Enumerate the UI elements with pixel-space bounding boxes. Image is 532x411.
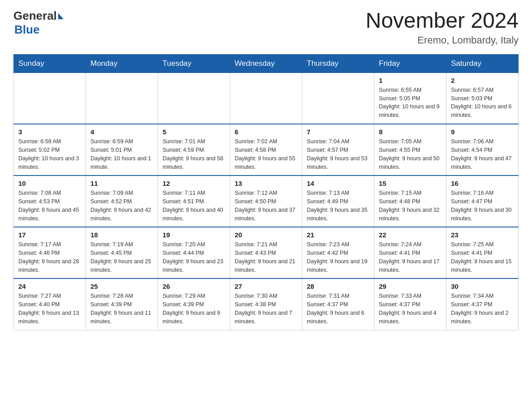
calendar-cell: 24Sunrise: 7:27 AM Sunset: 4:40 PM Dayli…	[14, 278, 86, 330]
logo: General Blue	[13, 9, 64, 37]
day-info: Sunrise: 7:25 AM Sunset: 4:41 PM Dayligh…	[451, 240, 514, 274]
weekday-header-monday: Monday	[86, 54, 158, 73]
logo-general-text: General	[13, 9, 57, 23]
month-title: November 2024	[365, 9, 519, 33]
day-info: Sunrise: 7:20 AM Sunset: 4:44 PM Dayligh…	[163, 240, 225, 274]
day-number: 13	[235, 180, 297, 187]
calendar-cell: 9Sunrise: 7:06 AM Sunset: 4:54 PM Daylig…	[446, 124, 519, 176]
day-number: 4	[90, 128, 153, 136]
day-number: 15	[379, 180, 442, 187]
calendar-cell: 16Sunrise: 7:16 AM Sunset: 4:47 PM Dayli…	[446, 176, 519, 227]
day-info: Sunrise: 7:30 AM Sunset: 4:38 PM Dayligh…	[235, 292, 297, 325]
day-info: Sunrise: 7:24 AM Sunset: 4:41 PM Dayligh…	[379, 240, 442, 274]
calendar-cell	[302, 73, 374, 124]
calendar-cell	[158, 73, 230, 124]
calendar-cell: 23Sunrise: 7:25 AM Sunset: 4:41 PM Dayli…	[446, 227, 519, 278]
calendar-table: SundayMondayTuesdayWednesdayThursdayFrid…	[13, 54, 519, 330]
day-number: 28	[307, 283, 369, 290]
day-info: Sunrise: 7:33 AM Sunset: 4:37 PM Dayligh…	[379, 292, 442, 325]
day-info: Sunrise: 7:04 AM Sunset: 4:57 PM Dayligh…	[307, 137, 369, 171]
day-info: Sunrise: 7:17 AM Sunset: 4:46 PM Dayligh…	[18, 240, 81, 274]
calendar-cell: 7Sunrise: 7:04 AM Sunset: 4:57 PM Daylig…	[302, 124, 374, 176]
weekday-header-row: SundayMondayTuesdayWednesdayThursdayFrid…	[14, 54, 519, 73]
calendar-cell: 20Sunrise: 7:21 AM Sunset: 4:43 PM Dayli…	[230, 227, 302, 278]
day-info: Sunrise: 7:31 AM Sunset: 4:37 PM Dayligh…	[307, 292, 369, 325]
day-number: 6	[235, 128, 297, 136]
week-row-4: 17Sunrise: 7:17 AM Sunset: 4:46 PM Dayli…	[14, 227, 519, 278]
calendar-cell: 29Sunrise: 7:33 AM Sunset: 4:37 PM Dayli…	[374, 278, 446, 330]
day-number: 18	[90, 231, 153, 239]
calendar-cell: 14Sunrise: 7:13 AM Sunset: 4:49 PM Dayli…	[302, 176, 374, 227]
day-info: Sunrise: 7:19 AM Sunset: 4:45 PM Dayligh…	[90, 240, 153, 274]
day-info: Sunrise: 7:05 AM Sunset: 4:55 PM Dayligh…	[379, 137, 442, 171]
day-number: 22	[379, 231, 442, 239]
day-number: 5	[163, 128, 225, 136]
calendar-cell	[230, 73, 302, 124]
day-info: Sunrise: 7:34 AM Sunset: 4:37 PM Dayligh…	[451, 292, 514, 325]
calendar-cell: 10Sunrise: 7:08 AM Sunset: 4:53 PM Dayli…	[14, 176, 86, 227]
calendar-cell: 27Sunrise: 7:30 AM Sunset: 4:38 PM Dayli…	[230, 278, 302, 330]
weekday-header-sunday: Sunday	[14, 54, 86, 73]
calendar-cell: 11Sunrise: 7:09 AM Sunset: 4:52 PM Dayli…	[86, 176, 158, 227]
calendar-cell: 15Sunrise: 7:15 AM Sunset: 4:48 PM Dayli…	[374, 176, 446, 227]
day-info: Sunrise: 7:12 AM Sunset: 4:50 PM Dayligh…	[235, 189, 297, 223]
calendar-cell: 26Sunrise: 7:29 AM Sunset: 4:39 PM Dayli…	[158, 278, 230, 330]
calendar-cell: 25Sunrise: 7:28 AM Sunset: 4:39 PM Dayli…	[86, 278, 158, 330]
calendar-cell	[86, 73, 158, 124]
day-info: Sunrise: 7:13 AM Sunset: 4:49 PM Dayligh…	[307, 189, 369, 223]
week-row-2: 3Sunrise: 6:58 AM Sunset: 5:02 PM Daylig…	[14, 124, 519, 176]
day-info: Sunrise: 6:58 AM Sunset: 5:02 PM Dayligh…	[18, 137, 81, 171]
day-number: 11	[90, 180, 153, 187]
day-info: Sunrise: 7:15 AM Sunset: 4:48 PM Dayligh…	[379, 189, 442, 223]
day-number: 25	[90, 283, 153, 290]
calendar-cell	[14, 73, 86, 124]
calendar-cell: 2Sunrise: 6:57 AM Sunset: 5:03 PM Daylig…	[446, 73, 519, 124]
day-info: Sunrise: 7:11 AM Sunset: 4:51 PM Dayligh…	[163, 189, 225, 223]
weekday-header-friday: Friday	[374, 54, 446, 73]
title-area: November 2024 Eremo, Lombardy, Italy	[365, 9, 519, 46]
day-info: Sunrise: 7:06 AM Sunset: 4:54 PM Dayligh…	[451, 137, 514, 171]
day-info: Sunrise: 7:28 AM Sunset: 4:39 PM Dayligh…	[90, 292, 153, 325]
calendar-cell: 1Sunrise: 6:55 AM Sunset: 5:05 PM Daylig…	[374, 73, 446, 124]
calendar-cell: 8Sunrise: 7:05 AM Sunset: 4:55 PM Daylig…	[374, 124, 446, 176]
calendar-cell: 6Sunrise: 7:02 AM Sunset: 4:58 PM Daylig…	[230, 124, 302, 176]
week-row-3: 10Sunrise: 7:08 AM Sunset: 4:53 PM Dayli…	[14, 176, 519, 227]
day-number: 19	[163, 231, 225, 239]
location: Eremo, Lombardy, Italy	[365, 34, 519, 46]
calendar-cell: 28Sunrise: 7:31 AM Sunset: 4:37 PM Dayli…	[302, 278, 374, 330]
day-number: 24	[18, 283, 81, 290]
weekday-header-thursday: Thursday	[302, 54, 374, 73]
day-number: 20	[235, 231, 297, 239]
day-number: 12	[163, 180, 225, 187]
weekday-header-tuesday: Tuesday	[158, 54, 230, 73]
day-number: 29	[379, 283, 442, 290]
calendar-cell: 19Sunrise: 7:20 AM Sunset: 4:44 PM Dayli…	[158, 227, 230, 278]
day-info: Sunrise: 7:29 AM Sunset: 4:39 PM Dayligh…	[163, 292, 225, 325]
calendar-cell: 3Sunrise: 6:58 AM Sunset: 5:02 PM Daylig…	[14, 124, 86, 176]
day-number: 7	[307, 128, 369, 136]
day-info: Sunrise: 7:08 AM Sunset: 4:53 PM Dayligh…	[18, 189, 81, 223]
week-row-1: 1Sunrise: 6:55 AM Sunset: 5:05 PM Daylig…	[14, 73, 519, 124]
day-number: 26	[163, 283, 225, 290]
day-number: 9	[451, 128, 514, 136]
day-number: 27	[235, 283, 297, 290]
logo-blue-text: Blue	[14, 23, 39, 36]
calendar-cell: 4Sunrise: 6:59 AM Sunset: 5:01 PM Daylig…	[86, 124, 158, 176]
calendar-cell: 21Sunrise: 7:23 AM Sunset: 4:42 PM Dayli…	[302, 227, 374, 278]
day-info: Sunrise: 7:23 AM Sunset: 4:42 PM Dayligh…	[307, 240, 369, 274]
calendar-cell: 22Sunrise: 7:24 AM Sunset: 4:41 PM Dayli…	[374, 227, 446, 278]
day-info: Sunrise: 7:09 AM Sunset: 4:52 PM Dayligh…	[90, 189, 153, 223]
calendar-cell: 17Sunrise: 7:17 AM Sunset: 4:46 PM Dayli…	[14, 227, 86, 278]
day-number: 16	[451, 180, 514, 187]
day-number: 10	[18, 180, 81, 187]
day-info: Sunrise: 7:27 AM Sunset: 4:40 PM Dayligh…	[18, 292, 81, 325]
logo-arrow-icon	[58, 13, 64, 19]
weekday-header-wednesday: Wednesday	[230, 54, 302, 73]
calendar-cell: 5Sunrise: 7:01 AM Sunset: 4:59 PM Daylig…	[158, 124, 230, 176]
day-number: 8	[379, 128, 442, 136]
day-info: Sunrise: 7:16 AM Sunset: 4:47 PM Dayligh…	[451, 189, 514, 223]
day-number: 1	[379, 77, 442, 84]
day-info: Sunrise: 7:21 AM Sunset: 4:43 PM Dayligh…	[235, 240, 297, 274]
day-info: Sunrise: 6:57 AM Sunset: 5:03 PM Dayligh…	[451, 86, 514, 120]
calendar-cell: 18Sunrise: 7:19 AM Sunset: 4:45 PM Dayli…	[86, 227, 158, 278]
